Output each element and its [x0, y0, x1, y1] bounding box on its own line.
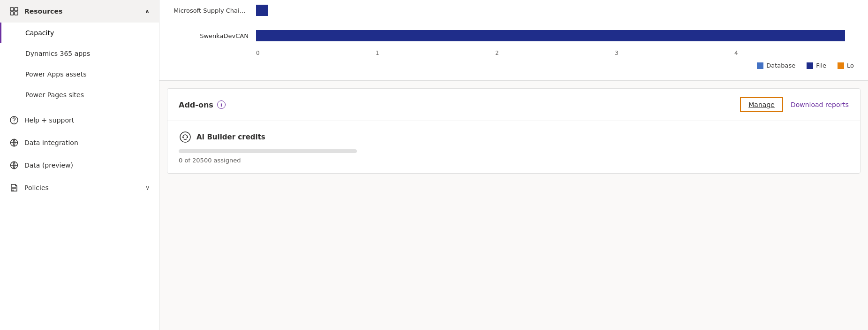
powerpages-label: Power Pages sites	[25, 91, 84, 99]
policies-chevron: ∨	[145, 184, 150, 191]
svg-rect-2	[10, 12, 14, 15]
sidebar-item-powerapps[interactable]: Power Apps assets	[0, 64, 159, 84]
addons-actions: Manage Download reports	[740, 97, 849, 112]
svg-rect-1	[15, 8, 18, 11]
legend-database-color	[757, 62, 763, 69]
manage-button[interactable]: Manage	[740, 97, 783, 112]
legend-log-label: Lo	[847, 62, 854, 69]
help-label: Help + support	[24, 116, 74, 124]
addons-header: Add-ons i Manage Download reports	[167, 89, 860, 121]
policies-label: Policies	[24, 184, 49, 192]
sidebar-item-data-preview[interactable]: Data (preview)	[0, 154, 159, 177]
legend-log: Lo	[838, 62, 854, 69]
sidebar-item-data-integration[interactable]: Data integration	[0, 131, 159, 154]
ai-builder-title-text: AI Builder credits	[196, 133, 265, 141]
main-content: Microsoft Supply Chain Center... SwenkaD…	[159, 0, 868, 330]
chart-rows: Microsoft Supply Chain Center... SwenkaD…	[174, 0, 854, 46]
sidebar-item-powerpages[interactable]: Power Pages sites	[0, 84, 159, 105]
chart-bar-2-navy	[256, 30, 845, 41]
svg-point-9	[182, 137, 184, 138]
svg-rect-0	[10, 8, 14, 11]
svg-point-5	[14, 122, 15, 123]
addons-section: Add-ons i Manage Download reports	[167, 88, 860, 174]
ai-builder-progress-bg	[179, 149, 357, 153]
resources-icon	[9, 7, 19, 16]
data-integration-label: Data integration	[24, 139, 78, 146]
x-tick-4: 4	[734, 50, 854, 56]
data-preview-label: Data (preview)	[24, 161, 73, 169]
download-reports-link[interactable]: Download reports	[791, 101, 849, 108]
x-tick-0: 0	[256, 50, 376, 56]
legend-file: File	[807, 62, 826, 69]
svg-rect-3	[15, 12, 18, 15]
sidebar-item-policies[interactable]: Policies ∨	[0, 177, 159, 199]
ai-builder-section: AI Builder credits 0 of 20500 assigned	[167, 121, 860, 173]
ai-builder-progress-label: 0 of 20500 assigned	[179, 157, 849, 164]
ai-builder-icon	[179, 130, 192, 144]
data-integration-icon	[9, 138, 19, 147]
resources-chevron: ∧	[145, 8, 150, 15]
policies-icon	[9, 183, 19, 192]
sidebar-item-help[interactable]: Help + support	[0, 109, 159, 131]
ai-builder-title: AI Builder credits	[179, 130, 849, 144]
chart-legend: Database File Lo	[174, 56, 854, 71]
dynamics365-label: Dynamics 365 apps	[25, 50, 90, 57]
chart-label-2: SwenkaDevCAN	[174, 32, 249, 39]
sidebar-item-resources[interactable]: Resources ∧	[0, 0, 159, 23]
chart-bar-container-2	[256, 30, 854, 41]
legend-file-color	[807, 62, 813, 69]
legend-database: Database	[757, 62, 795, 69]
capacity-label: Capacity	[25, 29, 54, 37]
addons-title-text: Add-ons	[179, 100, 213, 109]
sidebar-item-dynamics365[interactable]: Dynamics 365 apps	[0, 43, 159, 64]
resources-label: Resources	[24, 8, 62, 15]
chart-wrapper: Microsoft Supply Chain Center... SwenkaD…	[174, 0, 854, 71]
chart-section: Microsoft Supply Chain Center... SwenkaD…	[159, 0, 868, 81]
help-icon	[9, 115, 19, 125]
addons-info-icon[interactable]: i	[217, 100, 226, 109]
sidebar: Resources ∧ Capacity Dynamics 365 apps P…	[0, 0, 159, 330]
chart-row-1: Microsoft Supply Chain Center...	[174, 5, 854, 16]
data-preview-icon	[9, 161, 19, 170]
x-tick-1: 1	[376, 50, 495, 56]
legend-file-label: File	[816, 62, 826, 69]
chart-label-1: Microsoft Supply Chain Center...	[174, 7, 249, 14]
chart-x-axis: 0 1 2 3 4	[256, 50, 854, 56]
addons-title: Add-ons i	[179, 100, 226, 109]
powerapps-label: Power Apps assets	[25, 70, 86, 78]
svg-point-10	[187, 137, 188, 138]
x-tick-3: 3	[615, 50, 734, 56]
sidebar-item-capacity[interactable]: Capacity	[0, 23, 159, 43]
chart-bar-container-1	[256, 5, 854, 16]
x-tick-2: 2	[495, 50, 615, 56]
legend-database-label: Database	[766, 62, 795, 69]
legend-log-color	[838, 62, 844, 69]
svg-point-8	[180, 132, 190, 142]
chart-row-2: SwenkaDevCAN	[174, 30, 854, 41]
chart-bar-1-navy	[256, 5, 268, 16]
